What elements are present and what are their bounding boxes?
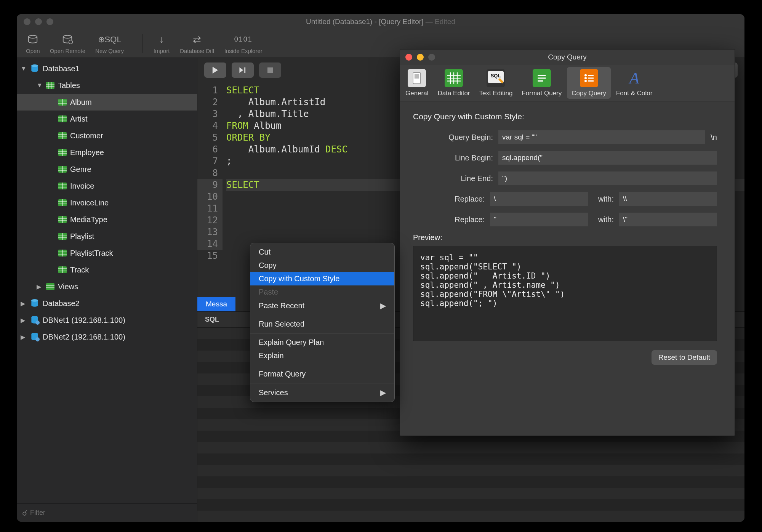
panel-traffic-lights[interactable]: [405, 54, 435, 61]
ptab-data-editor[interactable]: Data Editor: [433, 65, 474, 101]
ctx-copy[interactable]: Copy: [250, 259, 394, 272]
new-query-button[interactable]: ⊕SQL New Query: [92, 33, 127, 54]
database-remote-icon: [62, 33, 73, 46]
main-window: Untitled (Database1) - [Query Editor] — …: [17, 14, 744, 522]
tree-table-customer[interactable]: Customer: [17, 127, 197, 144]
panel-title: Copy Query: [400, 53, 735, 61]
new-query-icon: ⊕SQL: [98, 33, 122, 46]
ptab-font-color[interactable]: A Font & Color: [612, 65, 657, 101]
tree-views[interactable]: ▶ Views: [17, 278, 197, 295]
svg-point-58: [31, 299, 38, 302]
ctx-explain-query-plan[interactable]: Explain Query Plan: [250, 336, 394, 349]
line-gutter: 123456789101112131415: [197, 82, 223, 296]
copy-query-panel: Copy Query General Data Editor SQL Text …: [400, 49, 735, 436]
tree-table-track[interactable]: Track: [17, 261, 197, 278]
database-remote-icon: [30, 315, 40, 325]
tree-table-invoice[interactable]: Invoice: [17, 178, 197, 194]
reset-to-default-button[interactable]: Reset to Default: [652, 350, 717, 365]
ptab-copy-query[interactable]: Copy Query: [567, 67, 611, 99]
input-line-begin[interactable]: [498, 151, 717, 165]
tree-net2[interactable]: ▶ DBNet2 (192.168.1.100): [17, 328, 197, 345]
minimize-dot[interactable]: [35, 18, 42, 25]
table-icon: [58, 115, 67, 123]
open-button[interactable]: Open: [23, 33, 43, 54]
chevron-down-icon[interactable]: ▼: [21, 65, 27, 72]
tree-table-album[interactable]: Album: [17, 94, 197, 111]
tree-table-playlisttrack[interactable]: PlaylistTrack: [17, 245, 197, 261]
import-icon: ↓: [159, 33, 164, 46]
svg-point-60: [35, 320, 40, 325]
tree-table-genre[interactable]: Genre: [17, 161, 197, 178]
tree-table-playlist[interactable]: Playlist: [17, 228, 197, 245]
tree-tables[interactable]: ▼ Tables: [17, 77, 197, 94]
tree-db2[interactable]: ▶ Database2: [17, 295, 197, 312]
ptab-format-query[interactable]: Format Query: [517, 65, 566, 101]
svg-point-62: [35, 337, 40, 341]
ctx-run-selected[interactable]: Run Selected: [250, 317, 394, 331]
svg-rect-66: [415, 74, 419, 79]
views-folder-icon: [46, 283, 55, 290]
ctx-cut[interactable]: Cut: [250, 245, 394, 259]
ctx-explain[interactable]: Explain: [250, 349, 394, 362]
tree-table-mediatype[interactable]: MediaType: [17, 211, 197, 228]
tab-messages[interactable]: Messa: [197, 297, 235, 311]
svg-point-1: [63, 35, 72, 38]
tree-net1[interactable]: ▶ DBNet1 (192.168.1.100): [17, 312, 197, 328]
traffic-lights[interactable]: [24, 18, 53, 25]
database-diff-button[interactable]: ⇄ Database Diff: [177, 33, 218, 54]
tree-table-invoiceline[interactable]: InvoiceLine: [17, 194, 197, 211]
label-replace-2: Replace:: [413, 215, 485, 224]
svg-rect-84: [588, 75, 594, 76]
filter-input[interactable]: [30, 509, 192, 517]
zoom-dot[interactable]: [428, 54, 435, 61]
ctx-format-query[interactable]: Format Query: [250, 367, 394, 381]
database-remote-icon: [30, 332, 40, 342]
ptab-text-editing[interactable]: SQL Text Editing: [475, 65, 517, 101]
panel-body: Copy Query with Custom Style: Query Begi…: [400, 101, 735, 436]
ctx-services[interactable]: Services▶: [250, 386, 394, 399]
input-replace-2b[interactable]: [619, 213, 717, 226]
table-icon: [58, 165, 67, 173]
input-replace-1b[interactable]: [619, 192, 717, 206]
ctx-paste-recent[interactable]: Paste Recent▶: [250, 299, 394, 312]
close-dot[interactable]: [24, 18, 30, 25]
minimize-dot[interactable]: [417, 54, 424, 61]
chevron-right-icon[interactable]: ▶: [21, 333, 27, 341]
table-icon: [58, 232, 67, 240]
zoom-dot[interactable]: [46, 18, 53, 25]
table-icon: [58, 266, 67, 274]
tree-table-employee[interactable]: Employee: [17, 144, 197, 161]
svg-rect-64: [267, 67, 273, 73]
ptab-general[interactable]: General: [401, 65, 433, 101]
input-replace-1a[interactable]: [490, 192, 588, 206]
close-dot[interactable]: [405, 54, 412, 61]
input-replace-2a[interactable]: [490, 213, 588, 226]
titlebar: Untitled (Database1) - [Query Editor] — …: [17, 14, 744, 29]
chevron-right-icon[interactable]: ▶: [21, 317, 27, 324]
table-icon: [58, 98, 67, 106]
input-line-end[interactable]: [498, 171, 717, 185]
run-button[interactable]: [204, 62, 226, 78]
input-query-begin[interactable]: [498, 130, 705, 144]
binary-icon: 0101: [234, 33, 253, 46]
run-step-button[interactable]: [232, 62, 254, 78]
database-tree[interactable]: ▼ Database1 ▼ Tables AlbumArtistCustomer…: [17, 58, 197, 503]
suffix-newline: \n: [711, 133, 717, 142]
open-remote-button[interactable]: Open Remote: [47, 33, 88, 54]
chevron-down-icon[interactable]: ▼: [37, 82, 43, 89]
tree-db1[interactable]: ▼ Database1: [17, 60, 197, 77]
label-with-2: with:: [593, 215, 614, 224]
chevron-right-icon[interactable]: ▶: [21, 300, 27, 307]
chevron-right-icon[interactable]: ▶: [37, 283, 43, 290]
filter-bar[interactable]: ☌: [17, 503, 197, 522]
ctx-copy-custom-style[interactable]: Copy with Custom Style: [250, 272, 394, 285]
chevron-right-icon: ▶: [380, 388, 386, 397]
stop-button[interactable]: [259, 62, 281, 78]
ctx-paste: Paste: [250, 285, 394, 299]
svg-rect-5: [46, 82, 54, 89]
tree-table-artist[interactable]: Artist: [17, 111, 197, 127]
svg-point-4: [31, 64, 38, 67]
svg-point-81: [584, 74, 587, 76]
inside-explorer-button[interactable]: 0101 Inside Explorer: [221, 33, 266, 54]
import-button[interactable]: ↓ Import: [150, 33, 173, 54]
